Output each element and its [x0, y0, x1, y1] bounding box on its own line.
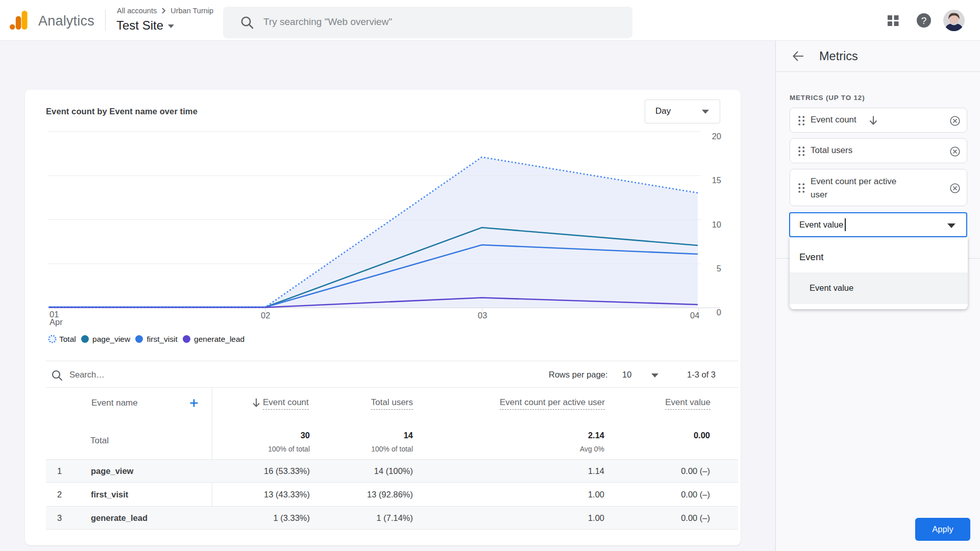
svg-text:?: ? — [921, 15, 927, 26]
